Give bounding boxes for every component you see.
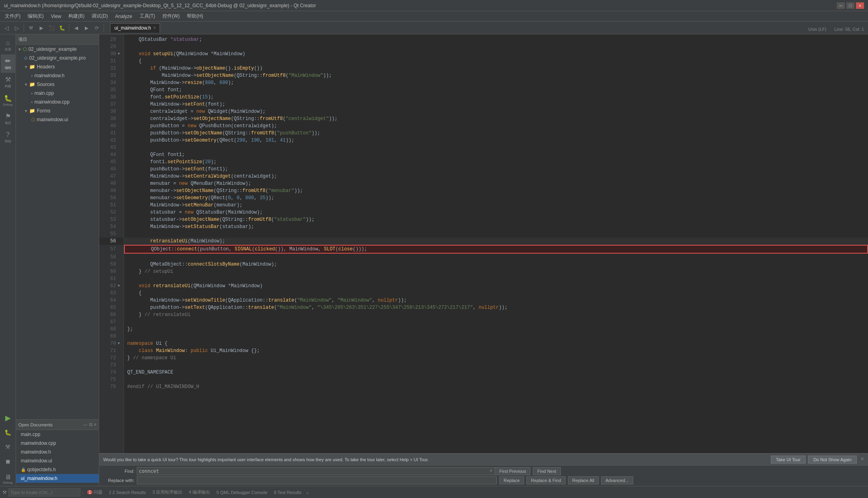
replace-label: Replace with: [102, 478, 134, 483]
open-docs-header: Open Documents — ⧉ ≡ [16, 420, 99, 430]
toolbar-back[interactable]: ◁ [2, 23, 11, 33]
titlebar: ui_mainwindow.h (/home/qinlong/Qt/build-… [0, 0, 868, 11]
encoding-status: Unix (LF) [808, 27, 826, 32]
tab-ui-mainwindow[interactable]: ui_mainwindow.h × [110, 23, 160, 33]
code-editor[interactable]: 28 29 30 ▼ 31 32 [99, 34, 868, 486]
toolbar-btn4[interactable]: 🐛 [57, 23, 67, 33]
status-top-right: Unix (LF) Line: 56, Col: 1 [808, 24, 864, 34]
tree-item-mainwindow-ui[interactable]: ⬡ mainwindow.ui [16, 115, 99, 124]
status-app-output[interactable]: 3 应用程序输出 [150, 488, 185, 496]
file-tree-content: ▼ ⬡ 02_uidesignr_example ⊙ 02_uidesignr_… [16, 45, 99, 419]
menu-controls[interactable]: 控件(W) [159, 12, 183, 20]
toolbar-btn3[interactable]: ⬛ [47, 23, 56, 33]
notification-close-icon[interactable]: × [861, 456, 864, 464]
advanced-button[interactable]: Advanced... [601, 476, 633, 484]
tree-item-project[interactable]: ▼ ⬡ 02_uidesignr_example [16, 45, 99, 54]
tree-item-mainwindow-cpp[interactable]: ▪ mainwindow.cpp [16, 98, 99, 106]
menu-view[interactable]: View [48, 13, 64, 20]
tree-item-main-cpp[interactable]: ▪ main.cpp [16, 89, 99, 98]
minimize-btn[interactable]: ─ [837, 2, 845, 9]
open-doc-main-cpp[interactable]: main.cpp [16, 430, 99, 439]
notification-text: Would you like to take a quick UI tour? … [103, 457, 429, 462]
toolbar-btn6[interactable]: ▶ [82, 23, 91, 33]
open-doc-mainwindow-cpp[interactable]: mainwindow.cpp [16, 439, 99, 448]
menu-analyze[interactable]: Analyze [112, 13, 136, 20]
open-docs-split-icon[interactable]: ⧉ [89, 422, 92, 427]
find-label: Find: [102, 469, 134, 474]
replace-input[interactable] [137, 476, 497, 484]
maximize-btn[interactable]: □ [846, 2, 854, 9]
toolbar-btn1[interactable]: ⚒ [26, 23, 36, 33]
open-docs-close-icon[interactable]: — [83, 422, 88, 427]
tree-item-forms[interactable]: ▼ 📁 Forms [16, 106, 99, 115]
sidebar-item-stop[interactable]: ◼ [1, 454, 15, 468]
menu-file[interactable]: 文件(F) [2, 12, 24, 20]
status-compile-output[interactable]: 4 编译输出 [186, 488, 212, 496]
open-doc-mainwindow-ui[interactable]: mainwindow.ui [16, 456, 99, 465]
open-docs-list: main.cpp mainwindow.cpp mainwindow.h mai… [16, 430, 99, 486]
tab-close-icon[interactable]: × [153, 26, 156, 30]
find-replace-bar: Find: × Find Previous Find Next Replace … [99, 465, 868, 486]
open-doc-qobjectdefs[interactable]: 🔒 qobjectdefs.h [16, 465, 99, 474]
take-ui-tour-button[interactable]: Take UI Tour [771, 456, 806, 464]
tree-header: 项目 [16, 34, 99, 45]
find-input[interactable] [137, 467, 497, 475]
find-next-button[interactable]: Find Next [533, 467, 560, 475]
code-text-area[interactable]: QStatusBar *statusbar; void setupUi(QMai… [124, 34, 868, 453]
find-input-clear-icon[interactable]: × [490, 468, 492, 474]
code-scroll[interactable]: 28 29 30 ▼ 31 32 [99, 34, 868, 453]
tree-item-pro[interactable]: ⊙ 02_uidesignr_example.pro [16, 54, 99, 62]
menu-edit[interactable]: 编辑(E) [24, 12, 47, 20]
sidebar-item-welcome[interactable]: ⌂ 欢迎 [1, 36, 15, 54]
menu-help[interactable]: 帮助(H) [184, 12, 206, 20]
editor-area: 28 29 30 ▼ 31 32 [99, 34, 868, 486]
line-numbers: 28 29 30 ▼ 31 32 [99, 34, 124, 453]
sidebar-item-run[interactable]: ▶ [1, 411, 15, 425]
status-issues[interactable]: 1 问题 [85, 488, 105, 496]
sidebar-screen-icon: 🖥 Debug [1, 472, 15, 486]
replace-button[interactable]: Replace [499, 476, 524, 484]
sidebar-item-edit[interactable]: ✏ 编辑 [1, 54, 15, 73]
status-bar: ⚒ | 1 问题 2 2 Search Results 3 应用程序输出 4 编… [0, 486, 868, 498]
code-line-57-highlighted: QObject::connect(pushButton, SIGNAL(clic… [124, 245, 868, 254]
menu-debug[interactable]: 调试(D) [88, 12, 111, 20]
toolbar-btn7[interactable]: ⟳ [92, 23, 102, 33]
sidebar-item-run-debug[interactable]: 🐛 [1, 425, 15, 440]
sidebar-item-build[interactable]: ⚒ 构建 [1, 73, 15, 91]
status-build-icon[interactable]: ⚒ [2, 490, 7, 495]
find-previous-button[interactable]: Find Previous [495, 467, 530, 475]
status-search-results[interactable]: 2 2 Search Results [106, 489, 148, 496]
code-line-56: retranslateUi(MainWindow); [124, 238, 868, 245]
open-doc-ui-mainwindow[interactable]: ui_mainwindow.h [16, 474, 99, 483]
tree-item-headers[interactable]: ▼ 📁 Headers [16, 62, 99, 71]
replace-find-button[interactable]: Replace & Find [526, 476, 565, 484]
sidebar-item-help[interactable]: ? 帮助 [1, 128, 15, 146]
locate-input[interactable] [8, 488, 80, 496]
notification-bar: Would you like to take a quick UI tour? … [99, 453, 868, 465]
menu-bar: 文件(F) 编辑(E) View 构建(B) 调试(D) Analyze 工具(… [0, 11, 868, 22]
toolbar-btn2[interactable]: ▶ [36, 23, 46, 33]
toolbar-btn5[interactable]: ◀ [71, 23, 81, 33]
left-sidebar: ⌂ 欢迎 ✏ 编辑 ⚒ 构建 🐛 Debug ⚑ 项目 ? 帮助 ▶ 🐛 [0, 34, 16, 486]
menu-build[interactable]: 构建(B) [65, 12, 88, 20]
tree-item-sources[interactable]: ▼ 📁 Sources [16, 80, 99, 89]
position-status: Line: 56, Col: 1 [834, 27, 864, 32]
menu-tools[interactable]: 工具(T) [136, 12, 158, 20]
sidebar-item-build-btn[interactable]: ⚒ [1, 440, 15, 454]
toolbar-forward[interactable]: ▷ [12, 23, 22, 33]
do-not-show-again-button[interactable]: Do Not Show Again [808, 456, 856, 464]
sidebar-item-debug[interactable]: 🐛 Debug [1, 91, 15, 110]
close-btn[interactable]: × [856, 2, 864, 9]
tree-item-mainwindow-h[interactable]: ▪ mainwindow.h [16, 71, 99, 80]
file-tree-panel: 项目 ▼ ⬡ 02_uidesignr_example ⊙ 02_uidesig… [16, 34, 99, 486]
open-docs-menu-icon[interactable]: ≡ [94, 422, 96, 427]
window-title: ui_mainwindow.h (/home/qinlong/Qt/build-… [4, 3, 316, 8]
status-qml-console[interactable]: 5 QML Debugger Console [214, 489, 270, 496]
sidebar-item-projects[interactable]: ⚑ 项目 [1, 110, 15, 128]
open-doc-mainwindow-h[interactable]: mainwindow.h [16, 448, 99, 456]
toolbar: ◁ ▷ ⚒ ▶ ⬛ 🐛 ◀ ▶ ⟳ ui_mainwindow.h × [0, 22, 868, 34]
status-test-results[interactable]: 8 Test Results [272, 489, 304, 496]
tab-label: ui_mainwindow.h [114, 25, 151, 31]
replace-all-button[interactable]: Replace All [568, 476, 599, 484]
